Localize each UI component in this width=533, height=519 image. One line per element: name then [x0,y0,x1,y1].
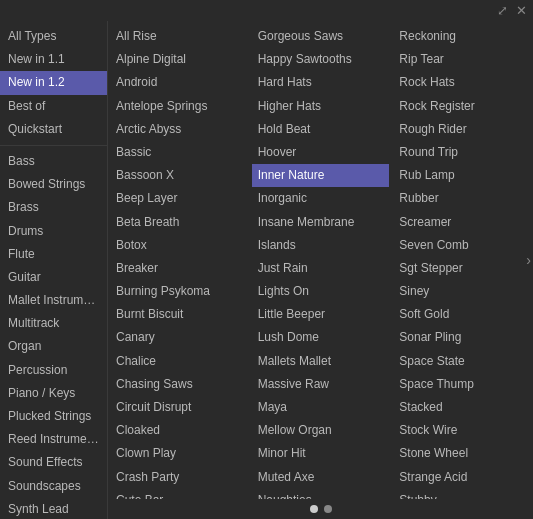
sidebar-item-synth-lead[interactable]: Synth Lead [0,498,107,519]
list-item[interactable]: Reckoning [393,25,531,48]
list-item[interactable]: Beep Layer [110,187,248,210]
list-item[interactable]: Insane Membrane [252,211,390,234]
content-area: All TypesNew in 1.1New in 1.2Best ofQuic… [0,21,533,519]
list-column-col1: All RiseAlpine DigitalAndroidAntelope Sp… [108,21,250,499]
list-item[interactable]: Rock Register [393,95,531,118]
list-item[interactable]: Strange Acid [393,466,531,489]
list-item[interactable]: Mallets Mallet [252,350,390,373]
list-item[interactable]: Botox [110,234,248,257]
list-item[interactable]: Cute Bar [110,489,248,499]
sidebar-item-multitrack[interactable]: Multitrack [0,312,107,335]
list-item[interactable]: Crash Party [110,466,248,489]
list-item[interactable]: Lush Dome [252,326,390,349]
pagination [108,499,533,519]
list-item[interactable]: Rough Rider [393,118,531,141]
list-item[interactable]: Minor Hit [252,442,390,465]
list-item[interactable]: Space Thump [393,373,531,396]
list-item[interactable]: Muted Axe [252,466,390,489]
sidebar-item-best-of[interactable]: Best of [0,95,107,118]
list-item[interactable]: Round Trip [393,141,531,164]
list-item[interactable]: Stock Wire [393,419,531,442]
list-item[interactable]: Circuit Disrupt [110,396,248,419]
list-item[interactable]: Rock Hats [393,71,531,94]
page-dot-dot2[interactable] [324,505,332,513]
sidebar-item-mallet-instruments[interactable]: Mallet Instrumen… [0,289,107,312]
list-item[interactable]: Alpine Digital [110,48,248,71]
list-item[interactable]: Chalice [110,350,248,373]
list-item[interactable]: Stacked [393,396,531,419]
sidebar-item-guitar[interactable]: Guitar [0,266,107,289]
sidebar-item-all-types[interactable]: All Types [0,25,107,48]
list-item[interactable]: Android [110,71,248,94]
list-item[interactable]: Islands [252,234,390,257]
preset-browser-window: ⤢ ✕ All TypesNew in 1.1New in 1.2Best of… [0,0,533,519]
sidebar-item-drums[interactable]: Drums [0,220,107,243]
sidebar-item-new-1-2[interactable]: New in 1.2 [0,71,107,94]
title-bar: ⤢ ✕ [0,0,533,21]
list-item[interactable]: Little Beeper [252,303,390,326]
sidebar-item-plucked-strings[interactable]: Plucked Strings [0,405,107,428]
sidebar-item-piano-keys[interactable]: Piano / Keys [0,382,107,405]
sidebar-item-new-1-1[interactable]: New in 1.1 [0,48,107,71]
list-item[interactable]: All Rise [110,25,248,48]
resize-icon[interactable]: ⤢ [497,4,508,17]
list-item[interactable]: Cloaked [110,419,248,442]
sidebar-item-flute[interactable]: Flute [0,243,107,266]
list-item[interactable]: Chasing Saws [110,373,248,396]
list-item[interactable]: Breaker [110,257,248,280]
list-item[interactable]: Sonar Pling [393,326,531,349]
list-item[interactable]: Massive Raw [252,373,390,396]
sidebar-item-percussion[interactable]: Percussion [0,359,107,382]
list-item[interactable]: Stone Wheel [393,442,531,465]
sidebar-item-reed-instruments[interactable]: Reed Instruments [0,428,107,451]
list-item[interactable]: Naughties [252,489,390,499]
sidebar-item-brass[interactable]: Brass [0,196,107,219]
close-icon[interactable]: ✕ [516,4,527,17]
list-item[interactable]: Bassoon X [110,164,248,187]
list-item[interactable]: Maya [252,396,390,419]
list-item[interactable]: Clown Play [110,442,248,465]
list-item[interactable]: Burnt Biscuit [110,303,248,326]
sidebar: All TypesNew in 1.1New in 1.2Best ofQuic… [0,21,108,519]
list-item[interactable]: Hard Hats [252,71,390,94]
list-item[interactable]: Rip Tear [393,48,531,71]
sidebar-item-bass[interactable]: Bass [0,150,107,173]
list-item[interactable]: Siney [393,280,531,303]
list-item[interactable]: Bassic [110,141,248,164]
main-list-area: All RiseAlpine DigitalAndroidAntelope Sp… [108,21,533,519]
list-item[interactable]: Inorganic [252,187,390,210]
list-item[interactable]: Hoover [252,141,390,164]
list-item[interactable]: Inner Nature [252,164,390,187]
list-item[interactable]: Antelope Springs [110,95,248,118]
list-item[interactable]: Mellow Organ [252,419,390,442]
list-item[interactable]: Just Rain [252,257,390,280]
sidebar-item-organ[interactable]: Organ [0,335,107,358]
sidebar-divider [0,145,107,146]
sidebar-item-bowed-strings[interactable]: Bowed Strings [0,173,107,196]
list-item[interactable]: Higher Hats [252,95,390,118]
list-item[interactable]: Arctic Abyss [110,118,248,141]
list-item[interactable]: Burning Psykoma [110,280,248,303]
list-item[interactable]: Sgt Stepper [393,257,531,280]
list-item[interactable]: Seven Comb [393,234,531,257]
list-item[interactable]: Screamer [393,211,531,234]
sidebar-item-sound-effects[interactable]: Sound Effects [0,451,107,474]
list-column-col2: Gorgeous SawsHappy SawtoothsHard HatsHig… [250,21,392,499]
list-item[interactable]: Rubber [393,187,531,210]
list-item[interactable]: Beta Breath [110,211,248,234]
list-item[interactable]: Gorgeous Saws [252,25,390,48]
list-column-col3: ReckoningRip TearRock HatsRock RegisterR… [391,21,533,499]
list-item[interactable]: Happy Sawtooths [252,48,390,71]
scroll-right-arrow[interactable]: › [526,252,531,268]
list-item[interactable]: Lights On [252,280,390,303]
list-item[interactable]: Hold Beat [252,118,390,141]
list-item[interactable]: Rub Lamp [393,164,531,187]
columns-container: All RiseAlpine DigitalAndroidAntelope Sp… [108,21,533,499]
list-item[interactable]: Canary [110,326,248,349]
list-item[interactable]: Stubby [393,489,531,499]
sidebar-item-soundscapes[interactable]: Soundscapes [0,475,107,498]
list-item[interactable]: Space State [393,350,531,373]
sidebar-item-quickstart[interactable]: Quickstart [0,118,107,141]
list-item[interactable]: Soft Gold [393,303,531,326]
page-dot-dot1[interactable] [310,505,318,513]
